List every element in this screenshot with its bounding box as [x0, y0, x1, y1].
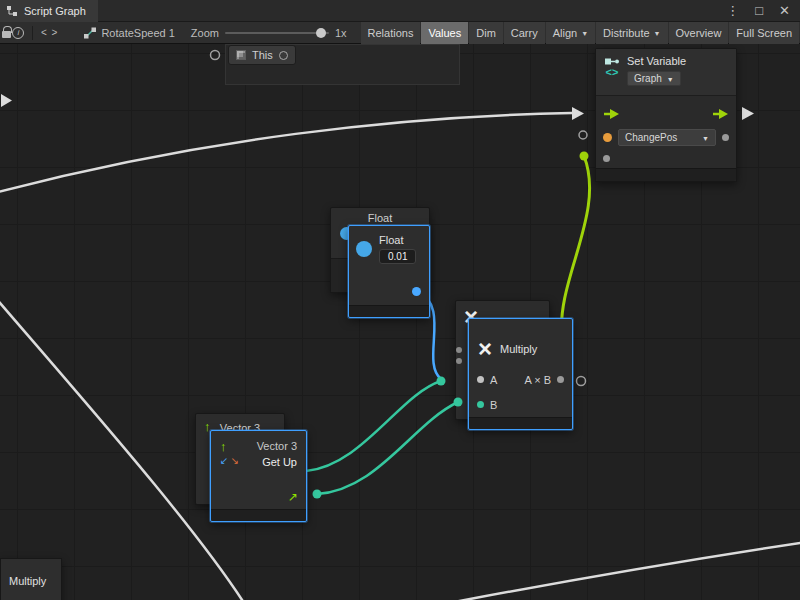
caret-down-icon: ▼ [702, 135, 709, 142]
result-port[interactable] [557, 376, 564, 383]
title-bar: Script Graph ⋮ □ ✕ [0, 0, 800, 22]
extra-input-port[interactable] [603, 155, 610, 162]
port-empty-this[interactable] [211, 51, 220, 60]
node-footer [469, 417, 572, 429]
variable-icon: <> [604, 55, 620, 91]
cube-icon [236, 50, 246, 60]
vector-left-icon: ↙ [220, 456, 228, 466]
input-a-label: A [490, 374, 497, 386]
wire-control-flow[interactable] [0, 113, 572, 193]
zoom-value: 1x [335, 27, 347, 39]
graph-canvas[interactable]: This <> Set Variable Graph [0, 44, 800, 600]
variable-output-port[interactable] [722, 134, 729, 141]
zoom-control: Zoom 1x [191, 27, 347, 39]
zoom-slider-handle[interactable] [316, 28, 326, 38]
flow-input-arrow-icon[interactable] [603, 108, 620, 120]
node-vector3-get-up[interactable]: ↑ ↙ ↘ Vector 3 Get Up ↗ [210, 430, 307, 522]
variable-scope-dropdown[interactable]: Graph ▼ [627, 71, 681, 86]
toolbar-buttons: Relations Values Dim Carry Align▼ Distri… [361, 22, 800, 44]
node-footer [596, 168, 736, 181]
node-title: Float [331, 208, 429, 224]
node-multiply[interactable]: × Multiply A A × B B [468, 318, 573, 430]
values-button[interactable]: Values [421, 22, 468, 44]
flow-arrow-left-edge-icon [1, 94, 12, 107]
variable-value-port[interactable] [603, 133, 612, 142]
graph-toolbar: i < > RotateSpeed 1 Zoom 1x Relations Va… [0, 22, 800, 44]
vector-output-icon: ↗ [288, 491, 298, 503]
lock-icon [2, 31, 11, 38]
port-vector3-out[interactable] [313, 490, 322, 499]
carry-button[interactable]: Carry [504, 22, 545, 44]
wire-lime-value[interactable] [561, 156, 589, 336]
relations-button[interactable]: Relations [361, 22, 421, 44]
caret-down-icon: ▼ [581, 30, 588, 37]
variable-name-dropdown[interactable]: ChangePos ▼ [618, 129, 716, 146]
node-this[interactable]: This [228, 45, 296, 65]
info-button[interactable]: i [12, 22, 24, 44]
angle-brackets-icon: <> [606, 67, 619, 77]
maximize-icon[interactable]: □ [755, 3, 763, 18]
overview-button[interactable]: Overview [669, 22, 729, 44]
code-view-button[interactable]: < > [41, 27, 58, 38]
graph-asset-icon [84, 27, 96, 39]
port-lime-dot[interactable] [580, 152, 589, 161]
flow-arrow-out-icon [742, 107, 754, 120]
node-float[interactable]: Float 0.01 [348, 225, 430, 318]
node-title: Multiply [1, 559, 61, 587]
multiply-icon: × [478, 337, 492, 361]
wire-vector3-to-multiply-b[interactable] [317, 402, 458, 494]
toolbar-divider [32, 26, 33, 40]
close-icon[interactable]: ✕ [779, 3, 790, 18]
fullscreen-button[interactable]: Full Screen [729, 22, 799, 44]
node-multiply-partial[interactable]: Multiply [0, 558, 62, 600]
port-empty-multiply-out[interactable] [577, 377, 586, 386]
port-empty-setvar[interactable] [579, 131, 587, 139]
flow-arrow-in-icon [572, 107, 584, 120]
zoom-label: Zoom [191, 27, 219, 39]
vector-right-icon: ↘ [230, 456, 238, 466]
float-icon [356, 241, 372, 257]
info-icon: i [12, 27, 24, 39]
this-output-port[interactable] [279, 51, 288, 60]
graph-name: RotateSpeed 1 [101, 27, 174, 39]
node-footer [349, 305, 429, 317]
unity-script-graph-window: Script Graph ⋮ □ ✕ i < > RotateSpeed 1 Z… [0, 0, 800, 600]
node-title: Vector 3 [257, 440, 297, 452]
port-multiply-a[interactable] [437, 377, 446, 386]
kebab-menu-icon[interactable]: ⋮ [726, 3, 739, 18]
dim-button[interactable]: Dim [469, 22, 503, 44]
wire-vector3-to-multiply-a[interactable] [306, 381, 441, 471]
input-b-label: B [490, 399, 497, 411]
lock-button[interactable] [0, 22, 12, 44]
node-set-variable[interactable]: <> Set Variable Graph ▼ [595, 48, 737, 182]
set-variable-body: ChangePos ▼ [596, 96, 736, 169]
distribute-dropdown[interactable]: Distribute▼ [596, 22, 667, 44]
set-variable-header: <> Set Variable Graph ▼ [596, 49, 736, 96]
tab-script-graph[interactable]: Script Graph [0, 0, 98, 22]
graph-reference[interactable]: RotateSpeed 1 [84, 27, 174, 39]
caret-down-icon: ▼ [667, 76, 674, 83]
align-dropdown[interactable]: Align▼ [546, 22, 595, 44]
input-b-port[interactable] [477, 401, 484, 408]
node-this-label: This [252, 49, 273, 61]
float-output-port[interactable] [412, 287, 421, 296]
float-value-field[interactable]: 0.01 [379, 249, 416, 264]
result-label: A × B [524, 374, 551, 386]
node-title: Set Variable [627, 55, 686, 67]
flow-output-arrow-icon[interactable] [712, 108, 729, 120]
caret-down-icon: ▼ [654, 30, 661, 37]
wire-white-bottom[interactable] [392, 542, 800, 600]
tab-title: Script Graph [24, 5, 86, 17]
vector-up-icon: ↑ [220, 440, 227, 453]
node-title: Float [379, 234, 403, 246]
node-title: Multiply [500, 343, 537, 355]
node-operation: Get Up [262, 456, 297, 468]
input-a-port[interactable] [477, 376, 484, 383]
script-graph-icon [6, 5, 18, 17]
zoom-slider[interactable] [225, 32, 329, 34]
node-footer [211, 509, 306, 521]
